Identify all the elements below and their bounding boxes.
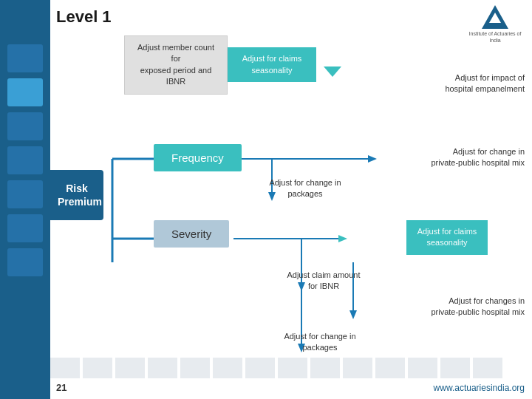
bottom-block-14 <box>473 358 502 378</box>
svg-marker-13 <box>349 310 357 319</box>
severity-seasonality-box: Adjust for claimsseasonality <box>406 220 488 255</box>
top-row: Adjust member count forexposed period an… <box>124 35 316 95</box>
sidebar-block-1 <box>7 44 43 72</box>
bottom-block-11 <box>375 358 405 378</box>
bottom-block-10 <box>343 358 372 378</box>
arrow-claims-seasonality <box>324 66 341 77</box>
freq-private-pub-text: Adjust for change inprivate-public hospi… <box>431 146 525 169</box>
severity-box: Severity <box>154 220 229 248</box>
svg-marker-8 <box>338 235 347 242</box>
page-number: 21 <box>56 382 66 393</box>
freq-packages-text: Adjust for change inpackages <box>257 177 353 200</box>
bottom-block-7 <box>245 358 275 378</box>
bottom-block-2 <box>83 358 112 378</box>
sidebar-block-5 <box>7 180 43 208</box>
claims-seasonality-top-box: Adjust for claimsseasonality <box>228 47 316 82</box>
page-title: Level 1 <box>56 7 112 27</box>
sidebar-block-2 <box>7 78 43 106</box>
bottom-block-3 <box>115 358 145 378</box>
member-count-box: Adjust member count forexposed period an… <box>124 35 228 95</box>
bottom-block-9 <box>310 358 340 378</box>
impact-box: Adjust for impact ofhospital empanelment <box>445 72 525 95</box>
sidebar-block-4 <box>7 146 43 174</box>
logo: Institute of Actuaries of India <box>466 6 525 43</box>
bottom-block-4 <box>148 358 177 378</box>
logo-icon <box>482 5 508 29</box>
sev-private-pub-text: Adjust for changes inprivate-public hosp… <box>431 296 525 318</box>
frequency-box: Frequency <box>154 144 242 171</box>
svg-marker-4 <box>368 155 377 163</box>
bottom-block-1 <box>50 358 80 378</box>
website-link: www.actuariesindia.org <box>434 383 525 393</box>
bottom-block-12 <box>408 358 437 378</box>
bottom-block-6 <box>213 358 242 378</box>
sidebar-block-6 <box>7 214 43 242</box>
bottom-decorative-blocks <box>50 358 502 378</box>
bottom-block-8 <box>278 358 307 378</box>
bottom-block-5 <box>180 358 210 378</box>
main-content: Level 1 Institute of Actuaries of India … <box>50 0 532 399</box>
risk-premium-label: RiskPremium <box>50 170 103 220</box>
sev-packages-text: Adjust for change inpackages <box>272 331 368 354</box>
bottom-block-13 <box>440 358 470 378</box>
ibnr-box: Adjust claim amountfor IBNR <box>272 270 375 293</box>
logo-text: Institute of Actuaries of India <box>466 31 525 44</box>
sidebar <box>0 0 50 399</box>
sidebar-block-7 <box>7 248 43 276</box>
sidebar-block-3 <box>7 112 43 140</box>
